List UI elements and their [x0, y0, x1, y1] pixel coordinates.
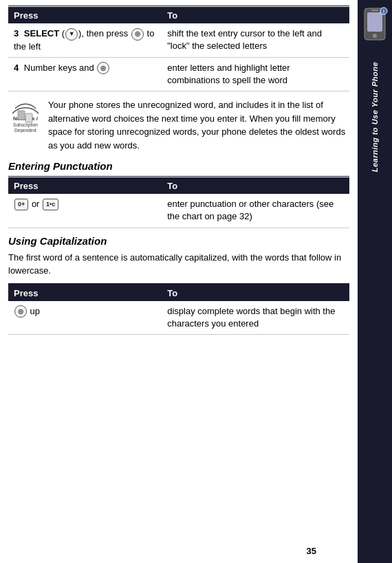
sidebar-text: Learning to Use Your Phone [371, 62, 379, 172]
to-header-1: To [162, 7, 349, 24]
table-row: 3 SELECT (▼), then press ◎ to the left s… [8, 23, 349, 57]
phone-icon: i [362, 7, 388, 41]
table-row: 0+ or 1•c enter punctuation or other cha… [8, 194, 349, 228]
nav-up-icon: ◎ [14, 305, 27, 318]
table-cell-to-4: enter letters and highlight letter combi… [162, 57, 349, 91]
using-capitalization-heading: Using Capitalization [8, 235, 349, 247]
to-header-punct: To [162, 177, 349, 195]
svg-text:Dependent: Dependent [14, 128, 36, 133]
one-btn: 1•c [43, 199, 58, 210]
zero-btn: 0+ [14, 199, 28, 210]
table-capitalization: Press To ◎ up display complete words tha… [8, 283, 349, 335]
note-icon: Network / Subscription Dependent [8, 98, 43, 133]
note-text: Your phone stores the unrecognized word,… [48, 98, 349, 152]
press-header-cap: Press [8, 284, 162, 301]
note-box: Network / Subscription Dependent Your ph… [8, 98, 349, 152]
svg-rect-4 [25, 113, 32, 122]
press-header-punct: Press [8, 177, 162, 195]
svg-rect-6 [367, 12, 382, 32]
capitalization-para: The first word of a sentence is automati… [8, 251, 349, 278]
svg-rect-3 [18, 111, 25, 120]
svg-text:i: i [383, 9, 384, 14]
table-punctuation: Press To 0+ or 1•c enter punctuation or … [8, 176, 349, 228]
svg-rect-8 [371, 10, 378, 11]
page-number: 35 [307, 546, 316, 556]
nav-icon-2: ◎ [97, 62, 109, 74]
main-content: Press To 3 SELECT (▼), then press ◎ to t… [0, 0, 358, 563]
table-cell-to-3: shift the text entry cursor to the left … [162, 23, 349, 57]
select-icon: ▼ [65, 28, 78, 41]
table-cell-press-cap: ◎ up [8, 301, 162, 335]
table-cell-press: 3 SELECT (▼), then press ◎ to the left [8, 23, 162, 57]
table-cell-to-cap: display complete words that begin with t… [162, 301, 349, 335]
row-num-4: 4 [14, 62, 19, 74]
svg-text:Subscription: Subscription [13, 122, 38, 128]
table-1: Press To 3 SELECT (▼), then press ◎ to t… [8, 5, 349, 91]
table-cell-to-punct: enter punctuation or other characters (s… [162, 194, 349, 228]
sidebar: i Learning to Use Your Phone [358, 0, 392, 563]
nav-icon-1: ◎ [131, 28, 144, 41]
row-num-3: 3 [14, 27, 19, 40]
entering-punctuation-heading: Entering Punctuation [8, 160, 349, 172]
select-label: SELECT [24, 28, 59, 38]
table-cell-press-punct: 0+ or 1•c [8, 194, 162, 228]
table-row: 4 Number keys and ◎ enter letters and hi… [8, 57, 349, 91]
svg-point-7 [373, 34, 377, 38]
table-cell-press-4: 4 Number keys and ◎ [8, 57, 162, 91]
press-header-1: Press [8, 7, 162, 24]
table-row: ◎ up display complete words that begin w… [8, 301, 349, 335]
to-header-cap: To [162, 284, 349, 301]
